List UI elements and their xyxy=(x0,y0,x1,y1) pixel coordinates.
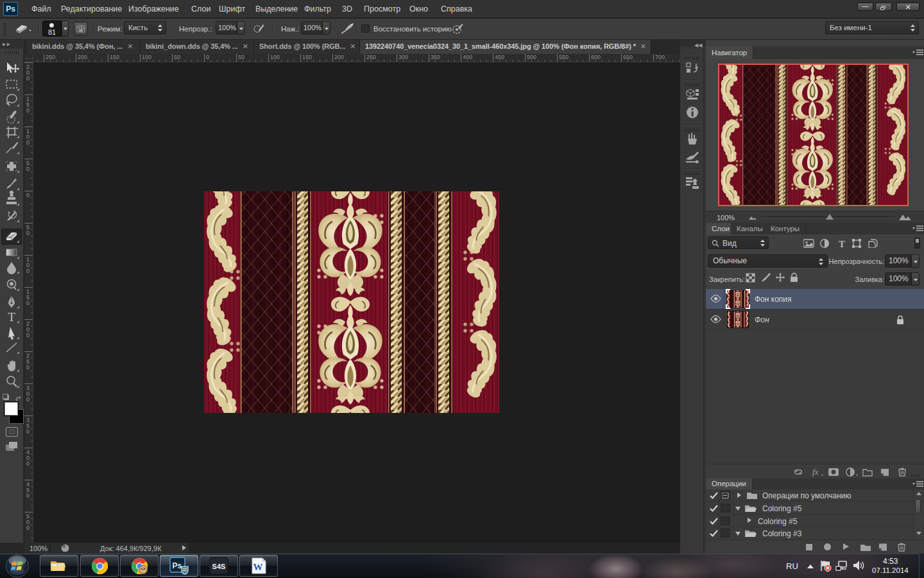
svg-text:0: 0 xyxy=(26,428,30,435)
svg-text:500: 500 xyxy=(527,54,536,60)
svg-text:100: 100 xyxy=(142,54,151,60)
svg-text:T: T xyxy=(8,310,15,324)
svg-text:150: 150 xyxy=(110,54,119,60)
svg-text:0: 0 xyxy=(26,268,30,274)
svg-text:fx: fx xyxy=(812,468,819,477)
svg-text:400: 400 xyxy=(463,54,472,60)
svg-text:0: 0 xyxy=(26,493,30,499)
svg-text:300: 300 xyxy=(398,54,408,60)
svg-text:0: 0 xyxy=(26,166,30,172)
svg-text:T: T xyxy=(839,239,845,248)
svg-text:100: 100 xyxy=(270,54,280,60)
svg-text:450: 450 xyxy=(495,54,504,60)
svg-text:0: 0 xyxy=(26,75,30,82)
svg-text:0: 0 xyxy=(206,54,209,60)
svg-text:0: 0 xyxy=(26,230,30,236)
svg-text:700: 700 xyxy=(655,54,665,60)
svg-text:0: 0 xyxy=(26,192,30,198)
svg-text:Ps: Ps xyxy=(173,561,182,570)
svg-text:250: 250 xyxy=(46,54,55,60)
svg-text:0: 0 xyxy=(26,460,30,467)
svg-text:0: 0 xyxy=(26,525,30,531)
svg-text:200: 200 xyxy=(78,54,87,60)
svg-text:0: 0 xyxy=(26,300,30,306)
svg-text:650: 650 xyxy=(623,54,633,60)
svg-text:0: 0 xyxy=(26,107,30,114)
svg-text:350: 350 xyxy=(431,54,440,60)
svg-text:0: 0 xyxy=(26,332,30,338)
svg-text:0: 0 xyxy=(26,364,30,371)
svg-text:50: 50 xyxy=(238,54,244,60)
svg-text:0: 0 xyxy=(26,396,30,403)
svg-text:550: 550 xyxy=(559,54,569,60)
svg-text:W: W xyxy=(253,562,263,572)
svg-text:150: 150 xyxy=(302,54,312,60)
svg-text:0: 0 xyxy=(26,139,30,146)
svg-text:S4S: S4S xyxy=(212,563,226,570)
svg-text:200: 200 xyxy=(334,54,344,60)
svg-text:250: 250 xyxy=(366,54,376,60)
svg-text:600: 600 xyxy=(591,54,601,60)
svg-text:50: 50 xyxy=(174,54,180,60)
